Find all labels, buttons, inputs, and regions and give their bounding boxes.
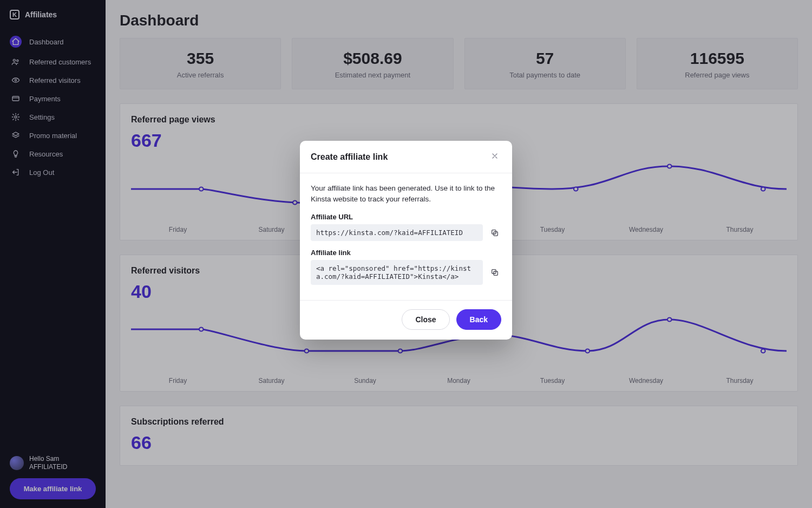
modal-overlay: Create affiliate link Your affiliate lin… xyxy=(0,0,812,508)
modal-description: Your affiliate link has been generated. … xyxy=(311,183,501,204)
close-button[interactable]: Close xyxy=(402,309,449,330)
create-affiliate-link-modal: Create affiliate link Your affiliate lin… xyxy=(300,141,512,340)
copy-url-button[interactable] xyxy=(488,224,501,241)
affiliate-url-value[interactable]: https://kinsta.com/?kaid=AFFILIATEID xyxy=(311,224,483,241)
affiliate-link-value[interactable]: <a rel="sponsored" href="https://kinsta.… xyxy=(311,260,483,285)
copy-icon xyxy=(490,229,499,237)
copy-icon xyxy=(490,268,499,277)
modal-title: Create affiliate link xyxy=(311,152,388,162)
affiliate-link-label: Affiliate link xyxy=(311,249,501,257)
modal-close-button[interactable] xyxy=(488,149,501,164)
close-icon xyxy=(490,152,499,160)
copy-link-button[interactable] xyxy=(488,260,501,285)
back-button[interactable]: Back xyxy=(456,309,501,330)
affiliate-url-label: Affiliate URL xyxy=(311,213,501,221)
